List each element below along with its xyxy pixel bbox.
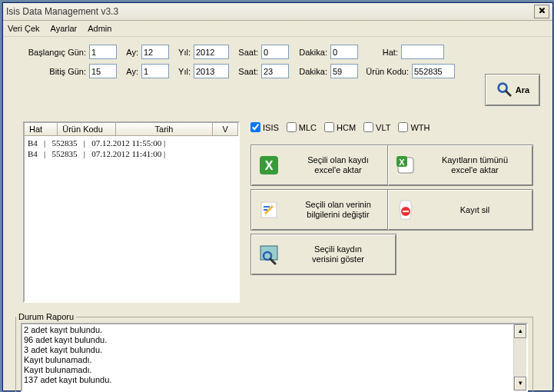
input-start-year[interactable] [194, 45, 229, 59]
client-area: Başlangıç Gün: Ay: Yıl: Saat: Dakika: Ha… [3, 37, 552, 91]
col-hat[interactable]: Hat [25, 123, 58, 135]
search-button[interactable]: Ara [485, 74, 540, 106]
input-start-day[interactable] [89, 45, 117, 59]
scroll-track[interactable] [514, 338, 526, 377]
chk-vlt-label: VLT [376, 123, 390, 132]
label-start-min: Dakika: [292, 48, 327, 57]
input-end-min[interactable] [330, 64, 358, 78]
show-selected-button[interactable]: Seçili kaydın verisini göster [250, 234, 396, 275]
export-all-button[interactable]: X Kayıtların tümünü excel'e aktar [387, 145, 533, 186]
checkbox-row: ISIS MLC HCM VLT WTH [250, 122, 430, 132]
edit-selected-button[interactable]: Seçili olan verinin bilgilerini değiştir [250, 189, 396, 231]
list-row[interactable]: B4 | 552835 | 07.12.2012 11:55:00 | [28, 138, 235, 148]
chk-hcm-input[interactable] [324, 122, 334, 132]
chk-isis-input[interactable] [250, 122, 260, 132]
magnifier-icon [496, 81, 513, 99]
view-icon [257, 243, 280, 266]
input-start-min[interactable] [330, 45, 358, 59]
label-start-year: Yıl: [172, 48, 191, 57]
report-box[interactable]: 2 adet kayıt bulundu. 96 adet kayıt bulu… [21, 323, 528, 392]
list-body: B4 | 552835 | 07.12.2012 11:55:00 | B4 |… [25, 136, 238, 161]
col-v[interactable]: V [213, 123, 238, 135]
menu-ayarlar[interactable]: Ayarlar [51, 24, 78, 33]
label-end-min: Dakika: [292, 67, 327, 76]
col-urun-kodu[interactable]: Ürün Kodu [58, 123, 115, 135]
close-button[interactable]: 🗙 [534, 5, 549, 18]
col-tarih[interactable]: Tarih [116, 123, 214, 135]
delete-icon [394, 198, 417, 221]
menu-veri-cek[interactable]: Veri Çek [8, 24, 40, 33]
label-end-year: Yıl: [172, 67, 191, 76]
search-button-label: Ara [516, 85, 529, 95]
app-window: Isis Data Management v3.3 🗙 Veri Çek Aya… [2, 2, 553, 391]
delete-label: Kayıt sil [423, 205, 526, 215]
label-start-month: Ay: [120, 48, 138, 57]
scroll-down-icon[interactable]: ▾ [514, 377, 526, 390]
result-list[interactable]: Hat Ürün Kodu Tarih V B4 | 552835 | 07.1… [23, 121, 240, 303]
titlebar: Isis Data Management v3.3 🗙 [3, 3, 552, 21]
excel-icon: X [257, 154, 280, 177]
chk-wth-input[interactable] [398, 122, 408, 132]
input-end-day[interactable] [89, 64, 117, 78]
label-end-month: Ay: [120, 67, 138, 76]
report-legend: Durum Raporu [16, 312, 76, 321]
delete-button[interactable]: Kayıt sil [387, 189, 533, 231]
label-end-day: Bitiş Gün: [20, 67, 86, 76]
chk-vlt[interactable]: VLT [363, 122, 390, 132]
svg-rect-11 [403, 211, 409, 212]
menubar: Veri Çek Ayarlar Admin [3, 21, 552, 37]
chk-isis[interactable]: ISIS [250, 122, 279, 132]
export-selected-button[interactable]: X Seçili olan kaydı excel'e aktar [250, 145, 396, 186]
export-selected-label: Seçili olan kaydı excel'e aktar [287, 155, 390, 175]
show-selected-label: Seçili kaydın verisini göster [287, 244, 390, 264]
list-header: Hat Ürün Kodu Tarih V [25, 123, 238, 136]
chk-wth-label: WTH [410, 123, 430, 132]
svg-text:X: X [399, 158, 405, 167]
chk-vlt-input[interactable] [363, 122, 373, 132]
export-all-label: Kayıtların tümünü excel'e aktar [423, 155, 526, 175]
chk-hcm-label: HCM [337, 123, 356, 132]
report-group: Durum Raporu 2 adet kayıt bulundu. 96 ad… [15, 312, 533, 392]
input-hat[interactable] [401, 45, 444, 59]
chk-mlc-label: MLC [299, 123, 317, 132]
label-start-day: Başlangıç Gün: [20, 48, 86, 57]
label-start-hour: Saat: [232, 48, 258, 57]
edit-selected-label: Seçili olan verinin bilgilerini değiştir [287, 200, 390, 220]
edit-icon [257, 198, 280, 221]
input-end-year[interactable] [194, 64, 229, 78]
list-row[interactable]: B4 | 552835 | 07.12.2012 11:41:00 | [28, 148, 235, 159]
chk-mlc-input[interactable] [287, 122, 297, 132]
report-scrollbar[interactable]: ▴ ▾ [513, 324, 526, 390]
label-urun-kodu: Ürün Kodu: [361, 67, 409, 76]
input-end-hour[interactable] [261, 64, 289, 78]
scroll-up-icon[interactable]: ▴ [514, 324, 526, 338]
svg-text:X: X [265, 159, 274, 172]
chk-hcm[interactable]: HCM [324, 122, 356, 132]
input-urun-kodu[interactable] [412, 64, 455, 78]
chk-mlc[interactable]: MLC [287, 122, 317, 132]
input-end-month[interactable] [141, 64, 169, 78]
input-start-hour[interactable] [261, 45, 289, 59]
label-hat: Hat: [361, 48, 398, 57]
excel-all-icon: X [394, 154, 417, 177]
chk-wth[interactable]: WTH [398, 122, 430, 132]
label-end-hour: Saat: [232, 67, 258, 76]
menu-admin[interactable]: Admin [88, 24, 111, 33]
input-start-month[interactable] [141, 45, 169, 59]
svg-line-1 [506, 91, 511, 96]
window-title: Isis Data Management v3.3 [6, 6, 118, 17]
chk-isis-label: ISIS [263, 123, 279, 132]
report-text: 2 adet kayıt bulundu. 96 adet kayıt bulu… [22, 324, 526, 386]
